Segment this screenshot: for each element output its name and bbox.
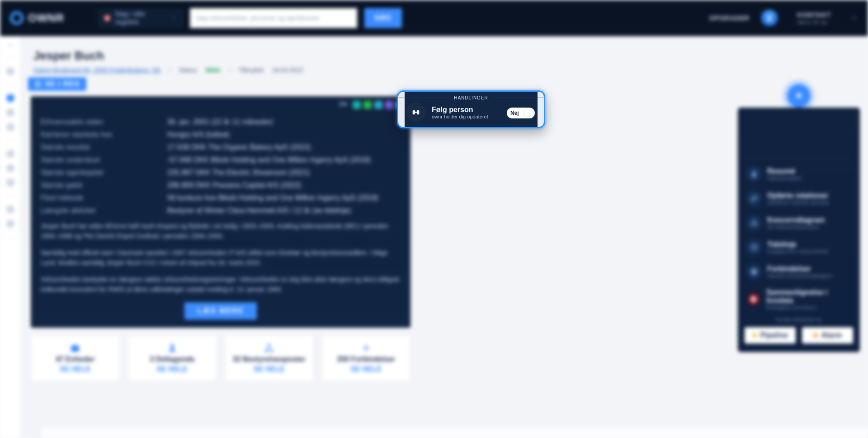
leftrail	[0, 36, 21, 438]
svg-rect-8	[751, 225, 753, 226]
tile[interactable]: 32 Bestyrelsesposter SE HELE	[225, 335, 314, 381]
chevron-down-icon	[171, 15, 177, 21]
kv-key: Flest lukkede	[41, 194, 158, 202]
svg-point-3	[268, 344, 270, 347]
tile-big: 47 Enheder	[56, 355, 94, 363]
social-icon[interactable]	[353, 101, 361, 109]
avatar[interactable]	[761, 10, 778, 26]
topbar: OWNR Søg i alle registre Søg virksomhede…	[0, 0, 868, 36]
flag-icon	[746, 292, 761, 307]
plus-icon	[361, 343, 372, 353]
rail-item[interactable]	[6, 94, 14, 102]
rail-item[interactable]	[6, 150, 14, 158]
contact-block[interactable]: KONTAKT skriv til os	[789, 11, 839, 25]
ttl: Koncerndiagram	[767, 216, 825, 224]
section-diagram[interactable]: KoncerndiagramSe virksomhedsstruktur	[745, 211, 853, 235]
tiles-row: 47 Enheder SE HELE 3 Deltagende SE HELE …	[31, 335, 410, 381]
tilfoej-label: TILFØJ PERSON TIL	[745, 317, 853, 323]
side-panel: ResuméStatusresultater Opførte relatione…	[738, 108, 860, 352]
readmore-label: LÆS MERE	[197, 307, 244, 315]
network-icon	[264, 343, 274, 353]
top-badge[interactable]	[787, 84, 811, 108]
desc-3: Virksomheden beskytter en længere række …	[41, 274, 401, 295]
region-select[interactable]: Søg i alle registre	[99, 9, 183, 27]
social-row: Del	[339, 101, 404, 109]
ttl: Resumé	[767, 167, 802, 175]
tile[interactable]: 250 Forbindelser SE HELE	[322, 335, 411, 381]
focus-inner: Følg person ownr holder dig opdateret Ne…	[398, 92, 544, 127]
rail-item[interactable]	[6, 108, 14, 117]
follow-toggle[interactable]: Nej Ja	[506, 107, 536, 119]
section-compare[interactable]: Sammenlignelse i livsdataModtagelse af k…	[745, 284, 853, 315]
tile-sub: SE HELE	[60, 365, 90, 373]
kv-key: Største gæld	[41, 181, 158, 189]
svg-rect-7	[754, 220, 755, 221]
tile-sub: SE HELE	[351, 365, 382, 373]
kv-key: Største resultat	[41, 143, 158, 151]
briefcase-icon	[70, 343, 80, 353]
globe-icon	[746, 264, 762, 279]
kv-val: 17.639 DKK The Organic Bakery ApS (2022)	[167, 143, 401, 151]
page-title: Jesper Buch	[33, 49, 858, 63]
rail-item[interactable]	[6, 164, 14, 172]
section-connections[interactable]: ForbindelserNetværk af beslutningstagere	[745, 259, 853, 284]
sub: Engagement i virksomheder	[767, 249, 829, 254]
flag-icon	[104, 15, 110, 21]
social-icon[interactable]	[363, 101, 372, 109]
dot-icon	[752, 333, 757, 338]
info-card: Del Erhvervsaktiv siden30. jan. 2001 (22…	[31, 96, 410, 328]
rail-item[interactable]	[6, 123, 14, 131]
readmore-button[interactable]: LÆS MERE	[184, 302, 256, 320]
nav-right: OPGRADER KONTAKT skriv til os	[709, 10, 858, 26]
chip-button[interactable]: SE I REG	[28, 77, 86, 91]
alarm-button[interactable]: Alarm	[802, 327, 853, 344]
toggle-off-label: Nej	[510, 110, 519, 116]
section-resume[interactable]: ResuméStatusresultater	[745, 162, 853, 186]
kv-val: 58 konkurs hos Bibob Holding and One Mil…	[167, 194, 401, 202]
desc-1: Jesper Buch har siden 90'erne haft travl…	[41, 221, 401, 241]
nav-upgrade[interactable]: OPGRADER	[709, 14, 750, 22]
rail-item[interactable]	[6, 67, 14, 75]
social-icon[interactable]	[385, 101, 393, 109]
binoculars-icon	[406, 103, 425, 122]
status-label: Status	[179, 66, 197, 74]
kv-key: Længste aktivitet	[41, 207, 158, 215]
pipeline-button[interactable]: Pipeline	[745, 327, 796, 344]
sub: Se virksomhedsstruktur	[767, 224, 825, 230]
kv-val: -57.668 DKK Bibob Holding and One Millio…	[167, 156, 401, 164]
section-timeline[interactable]: TidslinjeEngagement i virksomheder	[745, 235, 853, 259]
chevron-right-icon[interactable]	[7, 42, 14, 49]
kv-grid: Erhvervsaktiv siden30. jan. 2001 (22 år …	[41, 118, 401, 215]
focus-sub: ownr holder dig opdateret	[432, 114, 488, 119]
registered-value: 18.03.2022	[272, 66, 303, 74]
logo-mark-icon	[10, 11, 24, 25]
kv-val: Hungry A/S (lukket)	[167, 131, 401, 139]
rail-separator	[5, 85, 15, 85]
section-relations[interactable]: Opførte relationerIdentificér indirekte …	[745, 186, 853, 211]
address-link[interactable]: Dalvej Boulevard 89, 2000 Frederiksberg,…	[33, 66, 161, 74]
search-input[interactable]: Søg virksomheder, personer og ejendomme	[190, 8, 357, 28]
sub: Statusresultater	[767, 175, 802, 181]
tile[interactable]: 3 Deltagende SE HELE	[128, 335, 217, 381]
focus-text: Følg person ownr holder dig opdateret	[432, 106, 488, 119]
kv-key: Erhvervsaktiv siden	[41, 118, 158, 126]
rail-separator	[5, 58, 15, 58]
btn-label: Alarm	[821, 331, 842, 339]
page: OWNR Søg i alle registre Søg virksomhede…	[0, 0, 868, 438]
rail-item[interactable]	[6, 179, 14, 187]
logo[interactable]: OWNR	[10, 11, 64, 25]
clock-icon	[746, 240, 762, 255]
chip-icon	[34, 80, 42, 88]
kv-val: 225.897 DKK The Electric Showroom (2021)	[167, 169, 401, 177]
rail-item[interactable]	[6, 220, 14, 228]
footer-strip	[42, 426, 868, 438]
social-icon[interactable]	[374, 101, 382, 109]
search-button[interactable]: SØG	[364, 8, 402, 28]
rail-item[interactable]	[6, 205, 14, 213]
kv-key: Største underskud	[41, 156, 158, 164]
status-value: Aktiv	[205, 66, 220, 74]
svg-rect-2	[104, 18, 110, 19]
brand-text: OWNR	[28, 12, 64, 24]
tile[interactable]: 47 Enheder SE HELE	[31, 335, 120, 381]
link-icon	[746, 191, 762, 206]
